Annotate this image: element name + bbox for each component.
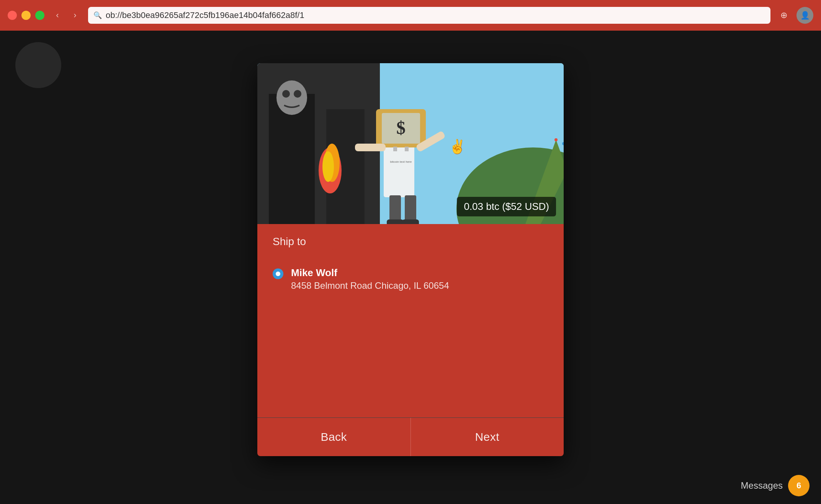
address-item[interactable]: Mike Wolf 8458 Belmont Road Chicago, IL … xyxy=(273,263,548,295)
price-badge: 0.03 btc ($52 USD) xyxy=(457,197,556,216)
main-content: $ ✌ bitcoin text here xyxy=(0,31,821,504)
svg-text:$: $ xyxy=(396,118,406,138)
svg-point-5 xyxy=(276,80,307,115)
nav-buttons: ‹ › xyxy=(51,8,82,22)
product-image: $ ✌ bitcoin text here xyxy=(257,63,564,224)
modal-card: $ ✌ bitcoin text here xyxy=(257,63,564,456)
svg-rect-15 xyxy=(393,147,397,151)
svg-text:✌: ✌ xyxy=(449,138,466,155)
address-name: Mike Wolf xyxy=(291,267,449,279)
address-spacer xyxy=(273,299,548,406)
messages-area: Messages 6 xyxy=(741,475,810,496)
svg-rect-17 xyxy=(355,144,386,151)
next-button[interactable]: Next xyxy=(411,418,564,456)
search-icon: 🔍 xyxy=(93,11,102,20)
messages-label: Messages xyxy=(741,480,783,491)
address-info: Mike Wolf 8458 Belmont Road Chicago, IL … xyxy=(291,267,449,291)
radio-dot-inner xyxy=(276,272,280,276)
address-list: Mike Wolf 8458 Belmont Road Chicago, IL … xyxy=(273,259,548,299)
price-text: 0.03 btc ($52 USD) xyxy=(464,201,549,212)
minimize-button[interactable] xyxy=(21,11,31,20)
address-street: 8458 Belmont Road Chicago, IL 60654 xyxy=(291,280,449,291)
svg-point-31 xyxy=(554,138,558,141)
svg-rect-22 xyxy=(387,219,404,224)
bottom-buttons: Back Next xyxy=(257,417,564,456)
svg-point-7 xyxy=(294,90,301,98)
forward-nav-button[interactable]: › xyxy=(68,8,82,22)
address-bar[interactable]: 🔍 ob://be3b0ea96265af272c5fb196ae14b04fa… xyxy=(88,7,770,24)
sidebar-ghost xyxy=(15,42,61,88)
browser-actions: ⊕ 👤 xyxy=(777,7,813,24)
maximize-button[interactable] xyxy=(35,11,44,20)
browser-chrome: ‹ › 🔍 ob://be3b0ea96265af272c5fb196ae14b… xyxy=(0,0,821,31)
svg-rect-16 xyxy=(405,147,409,151)
ship-to-section: Ship to Mike Wolf 8458 Belmont Road Chic… xyxy=(257,224,564,417)
back-button[interactable]: Back xyxy=(257,418,411,456)
svg-point-10 xyxy=(322,151,334,182)
ship-to-title: Ship to xyxy=(273,236,548,248)
url-text: ob://be3b0ea96265af272c5fb196ae14b04faf6… xyxy=(106,10,765,20)
radio-selected[interactable] xyxy=(273,268,283,279)
svg-rect-23 xyxy=(402,219,419,224)
traffic-lights xyxy=(8,11,44,20)
avatar: 👤 xyxy=(796,7,813,24)
svg-text:bitcoin text here: bitcoin text here xyxy=(390,160,412,164)
svg-rect-11 xyxy=(384,140,414,197)
back-nav-button[interactable]: ‹ xyxy=(51,8,64,22)
close-button[interactable] xyxy=(8,11,17,20)
messages-button[interactable]: 6 xyxy=(788,475,810,496)
svg-point-6 xyxy=(282,90,290,98)
share-button[interactable]: ⊕ xyxy=(777,8,791,23)
sidebar-avatar xyxy=(15,42,61,88)
